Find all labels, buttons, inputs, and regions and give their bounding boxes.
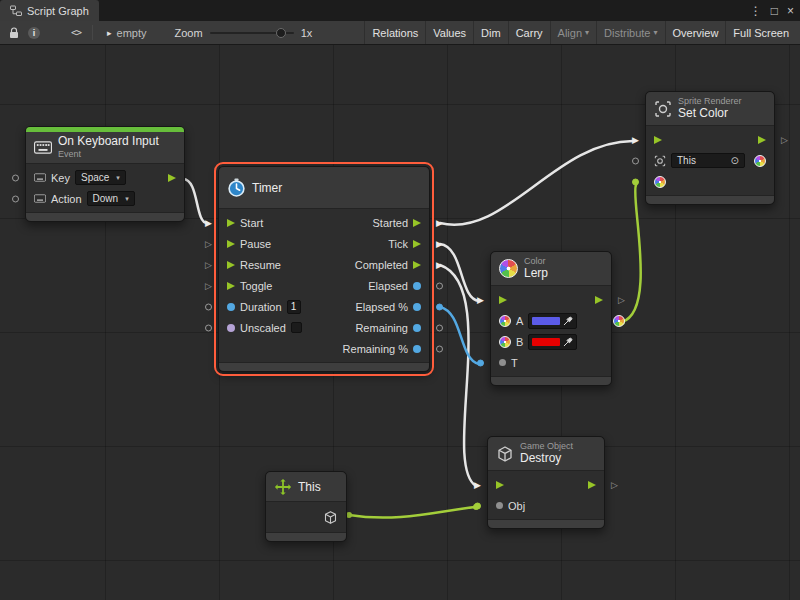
value-out-icon[interactable]	[413, 345, 421, 353]
port-remaining-pct-out[interactable]	[436, 345, 443, 352]
a-color-field[interactable]	[528, 313, 577, 329]
port-pause-in[interactable]: ▷	[205, 239, 212, 248]
value-in-icon[interactable]	[227, 303, 235, 311]
full-screen-button[interactable]: Full Screen	[725, 21, 796, 44]
port-action-input[interactable]	[12, 195, 19, 202]
node-timer[interactable]: Timer ▶ Start Started ▶ ▷ Pause Tick ▶ ▷…	[218, 166, 430, 372]
port-lerp-flow-in[interactable]: ▶	[477, 295, 484, 304]
graph-canvas[interactable]: On Keyboard Input Event Key Space▾ Actio…	[0, 45, 800, 600]
color-value-icon[interactable]	[654, 176, 666, 188]
port-target-in[interactable]	[632, 157, 639, 164]
flow-out-icon[interactable]	[413, 219, 421, 227]
eyedropper-icon[interactable]	[563, 316, 573, 326]
port-setcolor-flow-out[interactable]: ▷	[781, 135, 788, 144]
action-dropdown[interactable]: Down▾	[87, 191, 135, 206]
game-object-cube-icon[interactable]	[323, 510, 338, 525]
port-remaining-out[interactable]	[436, 324, 443, 331]
node-on-keyboard-input[interactable]: On Keyboard Input Event Key Space▾ Actio…	[25, 126, 185, 222]
port-unscaled-in[interactable]	[205, 324, 212, 331]
this-output-row	[266, 505, 346, 529]
port-setcolor-flow-in[interactable]: ▶	[632, 135, 639, 144]
menu-icon[interactable]: ⋮	[750, 4, 762, 18]
port-start-in[interactable]: ▶	[205, 218, 212, 227]
flow-out-icon[interactable]	[595, 296, 603, 304]
object-picker-icon[interactable]: ⊙	[731, 155, 739, 166]
unscaled-checkbox[interactable]	[291, 322, 302, 333]
node-this[interactable]: This	[265, 471, 347, 542]
carry-button[interactable]: Carry	[508, 21, 550, 44]
node-color-lerp[interactable]: Color Lerp ▶ ▷ A B	[490, 251, 612, 386]
port-toggle-in[interactable]: ▷	[205, 281, 212, 290]
port-resume-in[interactable]: ▷	[205, 260, 212, 269]
a-color-swatch[interactable]	[532, 317, 560, 325]
dim-button[interactable]: Dim	[473, 21, 508, 44]
flow-in-icon[interactable]	[227, 219, 235, 227]
color-value-icon[interactable]	[499, 315, 511, 327]
trigger-out-port[interactable]	[168, 174, 176, 182]
b-color-field[interactable]	[528, 334, 577, 350]
port-t-in[interactable]	[477, 359, 484, 366]
port-started-out[interactable]: ▶	[436, 218, 443, 227]
value-in-icon[interactable]	[496, 502, 503, 509]
port-color-in[interactable]	[632, 178, 639, 185]
zoom-slider[interactable]	[210, 26, 294, 40]
toggle-label: Toggle	[240, 280, 272, 292]
zoom-slider-knob[interactable]	[276, 28, 286, 38]
flow-in-icon[interactable]	[227, 282, 235, 290]
code-icon[interactable]: <>	[66, 23, 86, 43]
port-duration-in[interactable]	[205, 303, 212, 310]
flow-out-icon[interactable]	[413, 261, 421, 269]
wire-tick-to-lerp[interactable]	[440, 244, 479, 301]
eyedropper-icon[interactable]	[563, 337, 573, 347]
value-out-icon[interactable]	[413, 282, 421, 290]
node-header: Sprite Renderer Set Color	[646, 92, 774, 126]
overview-button[interactable]: Overview	[665, 21, 726, 44]
maximize-icon[interactable]: □	[771, 4, 778, 18]
value-out-icon[interactable]	[413, 303, 421, 311]
port-elapsed-pct-out[interactable]	[436, 303, 443, 310]
close-icon[interactable]: ×	[787, 4, 794, 18]
flow-out-icon[interactable]	[588, 481, 596, 489]
b-color-swatch[interactable]	[532, 338, 560, 346]
port-obj-in[interactable]	[474, 502, 481, 509]
port-destroy-flow-out[interactable]: ▷	[611, 480, 618, 489]
port-lerp-flow-out[interactable]: ▷	[618, 295, 625, 304]
wire-completed-to-destroy[interactable]	[440, 265, 476, 486]
flow-in-icon[interactable]	[227, 240, 235, 248]
flow-in-icon[interactable]	[654, 136, 662, 144]
tab-script-graph[interactable]: Script Graph	[0, 0, 99, 21]
value-in-icon[interactable]	[499, 359, 506, 366]
color-value-icon[interactable]	[499, 336, 511, 348]
bool-in-icon[interactable]	[227, 324, 235, 332]
lock-icon[interactable]	[4, 23, 24, 43]
distribute-button[interactable]: Distribute▾	[596, 21, 664, 44]
target-object-field[interactable]: This ⊙	[671, 153, 745, 168]
node-footer	[266, 532, 346, 541]
info-icon[interactable]: i	[24, 23, 44, 43]
flow-in-icon[interactable]	[227, 261, 235, 269]
wire-started-to-setcolor[interactable]	[440, 141, 633, 225]
port-key-input[interactable]	[12, 174, 19, 181]
duration-input[interactable]: 1	[287, 300, 301, 314]
key-dropdown[interactable]: Space▾	[75, 170, 126, 185]
wire-keyboard-to-timer-start[interactable]	[183, 179, 207, 223]
node-title: Set Color	[678, 107, 742, 121]
port-elapsed-out[interactable]	[436, 282, 443, 289]
relations-button[interactable]: Relations	[364, 21, 425, 44]
value-out-icon[interactable]	[413, 324, 421, 332]
port-completed-out[interactable]: ▶	[436, 260, 443, 269]
flow-out-icon[interactable]	[758, 136, 766, 144]
port-lerp-result-out[interactable]	[613, 315, 625, 327]
port-renderer-out[interactable]	[754, 155, 766, 167]
wire-elapsedpct-to-t[interactable]	[440, 307, 479, 364]
wire-this-to-obj[interactable]	[349, 507, 476, 518]
port-tick-out[interactable]: ▶	[436, 239, 443, 248]
values-button[interactable]: Values	[425, 21, 473, 44]
align-button[interactable]: Align▾	[550, 21, 596, 44]
flow-in-icon[interactable]	[496, 481, 504, 489]
flow-in-icon[interactable]	[499, 296, 507, 304]
flow-out-icon[interactable]	[413, 240, 421, 248]
node-set-color[interactable]: Sprite Renderer Set Color ▶ ▷ This ⊙	[645, 91, 775, 205]
node-destroy[interactable]: Game Object Destroy ▶ ▷ Obj	[487, 436, 605, 529]
port-destroy-flow-in[interactable]: ▶	[474, 480, 481, 489]
